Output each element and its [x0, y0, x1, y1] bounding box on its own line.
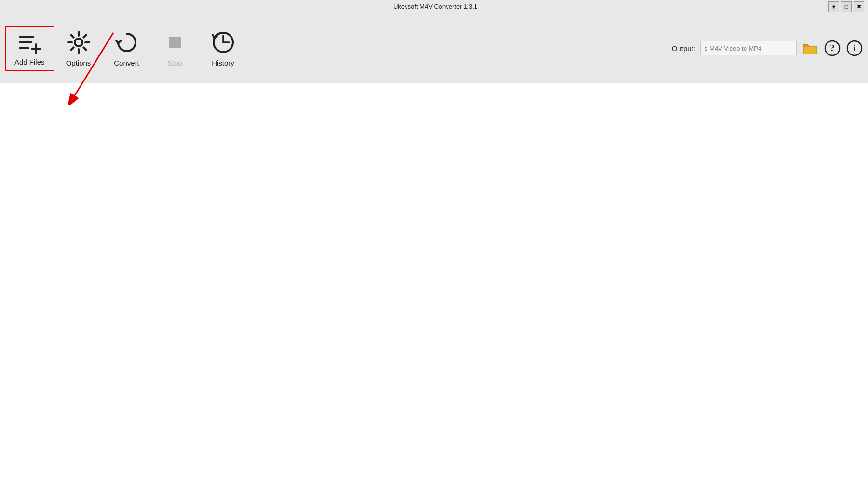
options-button[interactable]: Options	[54, 25, 103, 72]
convert-icon	[114, 30, 139, 55]
window-controls: ▼ □ ✖	[828, 1, 864, 12]
svg-line-12	[83, 35, 86, 38]
add-files-icon	[18, 31, 41, 54]
help-icon: ?	[824, 40, 841, 56]
convert-label: Convert	[114, 59, 139, 67]
browse-folder-button[interactable]	[801, 40, 819, 57]
stop-button[interactable]: Stop	[151, 25, 199, 72]
convert-button[interactable]: Convert	[103, 25, 151, 72]
svg-rect-14	[169, 37, 181, 48]
title-bar: Ukeysoft M4V Converter 1.3.1 ▼ □ ✖	[0, 0, 868, 13]
stop-label: Stop	[167, 59, 182, 67]
svg-text:?: ?	[830, 43, 835, 53]
maximize-button[interactable]: □	[841, 1, 852, 12]
minimize-button[interactable]: ▼	[828, 1, 839, 12]
output-path-input[interactable]	[700, 41, 797, 55]
stop-icon	[163, 30, 188, 55]
output-area: Output: ? i	[672, 40, 863, 57]
output-label: Output:	[672, 44, 695, 53]
add-files-button[interactable]: Add Files	[5, 26, 54, 71]
svg-line-13	[71, 47, 74, 50]
svg-line-10	[71, 35, 74, 38]
close-button[interactable]: ✖	[854, 1, 864, 12]
minimize-icon: ▼	[831, 4, 837, 10]
svg-text:i: i	[853, 43, 855, 53]
svg-point-5	[75, 39, 82, 46]
options-label: Options	[66, 59, 91, 67]
history-icon	[211, 30, 236, 55]
info-button[interactable]: i	[846, 40, 863, 57]
toolbar: Add Files Options Convert	[0, 13, 868, 83]
svg-line-11	[83, 47, 86, 50]
add-files-label: Add Files	[14, 58, 45, 66]
main-content	[0, 83, 868, 482]
close-icon: ✖	[857, 3, 861, 10]
maximize-icon: □	[845, 4, 848, 10]
app-title: Ukeysoft M4V Converter 1.3.1	[42, 3, 828, 10]
options-icon	[66, 30, 91, 55]
folder-icon	[802, 41, 818, 55]
help-button[interactable]: ?	[824, 40, 841, 57]
history-label: History	[212, 59, 234, 67]
history-button[interactable]: History	[199, 25, 247, 72]
info-icon: i	[846, 40, 863, 56]
